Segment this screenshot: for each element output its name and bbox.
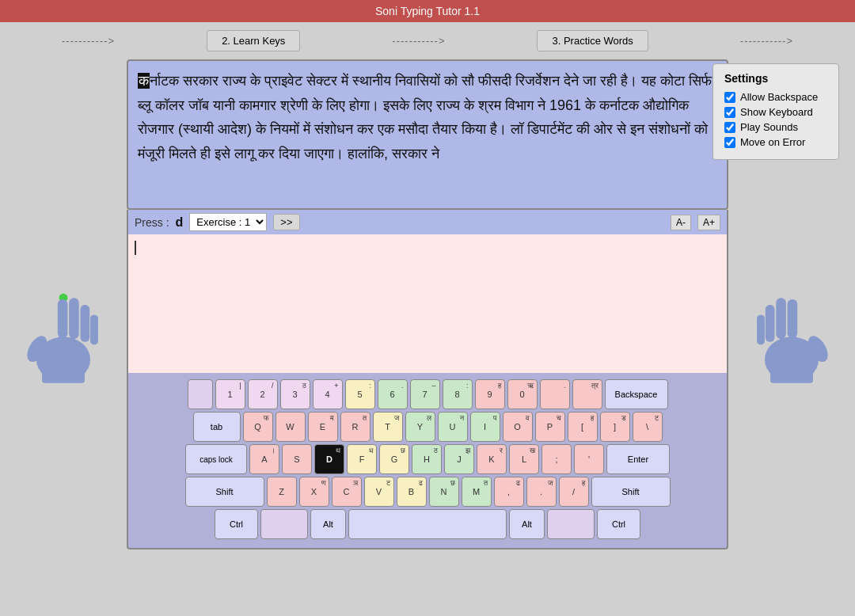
- key-quote[interactable]: ': [574, 444, 604, 474]
- keyboard-row-qwerty: tab फQ W मE तR जT लY नU पI वO चP ह[ ड] ट…: [133, 412, 722, 442]
- key-tilde[interactable]: [188, 379, 213, 409]
- key-backspace[interactable]: Backspace: [605, 379, 668, 409]
- key-f[interactable]: धF: [347, 444, 377, 474]
- key-y[interactable]: लY: [405, 412, 435, 442]
- key-j[interactable]: झJ: [444, 444, 474, 474]
- key-m[interactable]: तM: [462, 477, 492, 507]
- key-z[interactable]: Z: [267, 477, 297, 507]
- right-hand-area: [736, 123, 847, 549]
- key-ctrl-right[interactable]: Ctrl: [597, 509, 640, 539]
- keyboard-row-numbers: |1 /2 ठ3 +4 :5 .6 –7 :8 ह9 ऋ0 . त्र Back…: [133, 379, 722, 409]
- svg-rect-7: [42, 368, 85, 382]
- key-ctrl-left[interactable]: Ctrl: [215, 509, 258, 539]
- key-q[interactable]: फQ: [243, 412, 273, 442]
- middle-arrow: ----------->: [392, 35, 445, 47]
- settings-items: Allow BackspaceShow KeyboardPlay SoundsM…: [724, 91, 827, 148]
- key-n[interactable]: छN: [429, 477, 459, 507]
- key-shift-left[interactable]: Shift: [185, 477, 264, 507]
- key-minus[interactable]: .: [540, 379, 570, 409]
- settings-checkbox-1[interactable]: [724, 107, 735, 118]
- key-h[interactable]: ठH: [412, 444, 442, 474]
- exercise-select[interactable]: Exercise : 1 Exercise : 2 Exercise : 3: [189, 213, 267, 231]
- learn-keys-button[interactable]: 2. Learn Keys: [207, 30, 300, 51]
- key-space[interactable]: [348, 509, 507, 539]
- right-arrow: ----------->: [740, 35, 793, 47]
- left-hand-icon: [20, 285, 107, 388]
- settings-checkbox-0[interactable]: [724, 92, 735, 103]
- key-x[interactable]: णX: [299, 477, 329, 507]
- key-l[interactable]: खL: [509, 444, 539, 474]
- key-g[interactable]: छG: [379, 444, 409, 474]
- key-w[interactable]: W: [276, 412, 306, 442]
- right-hand-icon: [748, 285, 835, 388]
- key-v[interactable]: टV: [364, 477, 394, 507]
- key-enter[interactable]: Enter: [606, 444, 670, 474]
- key-equals[interactable]: त्र: [572, 379, 602, 409]
- key-alt-left[interactable]: Alt: [310, 509, 346, 539]
- practice-words-button[interactable]: 3. Practice Words: [537, 30, 648, 51]
- display-text: र्नाटक सरकार राज्य के प्राइवेट सेक्टर मे…: [138, 73, 712, 162]
- key-period[interactable]: ज.: [526, 477, 557, 507]
- key-blank-left: [260, 509, 308, 539]
- settings-checkbox-3[interactable]: [724, 137, 735, 148]
- key-b[interactable]: ढB: [397, 477, 427, 507]
- key-s[interactable]: S: [282, 444, 312, 474]
- font-increase-button[interactable]: A+: [697, 215, 720, 230]
- key-9[interactable]: ह9: [475, 379, 505, 409]
- key-c[interactable]: ञC: [332, 477, 362, 507]
- next-exercise-button[interactable]: >>: [273, 214, 299, 230]
- nav-bar: -----------> 2. Learn Keys -----------> …: [0, 22, 855, 59]
- settings-item-3: Move on Error: [724, 136, 827, 148]
- key-7[interactable]: –7: [410, 379, 440, 409]
- cursor-char: क: [138, 73, 150, 89]
- settings-label-3: Move on Error: [740, 136, 805, 148]
- key-comma[interactable]: ढ,: [494, 477, 524, 507]
- key-o[interactable]: वO: [503, 412, 533, 442]
- svg-rect-10: [757, 314, 765, 344]
- key-rbracket[interactable]: ड]: [600, 412, 630, 442]
- key-4[interactable]: +4: [313, 379, 343, 409]
- typing-cursor: [135, 241, 136, 255]
- svg-rect-4: [69, 298, 79, 339]
- svg-rect-6: [90, 314, 98, 344]
- key-3[interactable]: ठ3: [280, 379, 310, 409]
- settings-panel: Settings Allow BackspaceShow KeyboardPla…: [712, 63, 839, 160]
- key-1[interactable]: |1: [215, 379, 245, 409]
- key-t[interactable]: जT: [373, 412, 403, 442]
- center-panel: कर्नाटक सरकार राज्य के प्राइवेट सेक्टर म…: [127, 59, 728, 549]
- key-5[interactable]: :5: [345, 379, 375, 409]
- left-hand-area: [8, 123, 119, 549]
- svg-rect-5: [81, 305, 90, 342]
- key-alt-right[interactable]: Alt: [509, 509, 545, 539]
- settings-item-0: Allow Backspace: [724, 91, 827, 103]
- press-label: Press :: [135, 216, 169, 229]
- key-k[interactable]: रK: [477, 444, 507, 474]
- key-8[interactable]: :8: [443, 379, 473, 409]
- key-shift-right[interactable]: Shift: [591, 477, 671, 507]
- key-u[interactable]: नU: [438, 412, 468, 442]
- key-a[interactable]: ।A: [249, 444, 279, 474]
- press-key-value: d: [176, 215, 184, 230]
- left-arrow: ----------->: [62, 35, 115, 47]
- key-d[interactable]: थD: [314, 444, 344, 474]
- key-6[interactable]: .6: [378, 379, 408, 409]
- key-semicolon[interactable]: ;: [542, 444, 572, 474]
- key-lbracket[interactable]: ह[: [568, 412, 598, 442]
- font-decrease-button[interactable]: A-: [671, 215, 691, 230]
- svg-rect-14: [770, 368, 813, 382]
- key-e[interactable]: मE: [308, 412, 338, 442]
- key-slash[interactable]: ह/: [559, 477, 589, 507]
- key-0[interactable]: ऋ0: [507, 379, 538, 409]
- key-i[interactable]: पI: [470, 412, 500, 442]
- key-r[interactable]: तR: [340, 412, 370, 442]
- typing-area[interactable]: [127, 234, 728, 373]
- key-2[interactable]: /2: [248, 379, 278, 409]
- key-tab[interactable]: tab: [193, 412, 241, 442]
- settings-label-0: Allow Backspace: [740, 91, 818, 103]
- app-title: Soni Typing Tutor 1.1: [375, 5, 480, 17]
- svg-rect-12: [776, 298, 786, 339]
- key-p[interactable]: चP: [535, 412, 565, 442]
- key-caps-lock[interactable]: caps lock: [185, 444, 247, 474]
- settings-checkbox-2[interactable]: [724, 122, 735, 133]
- key-backslash[interactable]: ट\: [633, 412, 663, 442]
